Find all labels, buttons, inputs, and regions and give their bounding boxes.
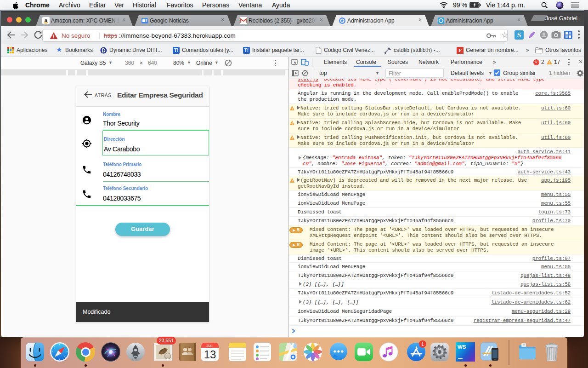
svg-text:JUL.: JUL.: [207, 344, 213, 347]
svg-text:13: 13: [204, 348, 216, 361]
